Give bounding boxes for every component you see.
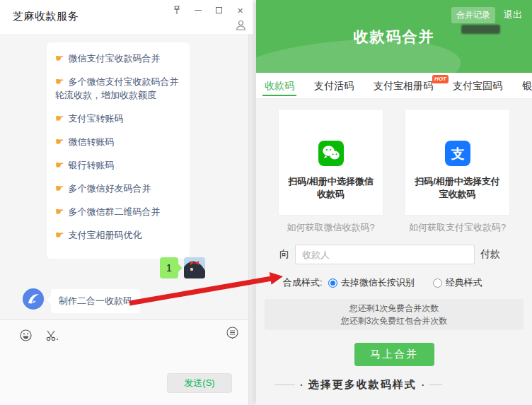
hand-pointer-icon: ☛ <box>55 206 64 217</box>
service-avatar[interactable] <box>23 288 44 310</box>
hand-pointer-icon: ☛ <box>55 136 64 147</box>
send-button[interactable]: 发送(S) <box>167 373 232 393</box>
emoji-icon[interactable] <box>20 329 32 341</box>
pay-suffix-label: 付款 <box>480 248 500 261</box>
menu-item[interactable]: ☛多个微信群二维码合并 <box>55 205 181 218</box>
tab-shoukuanma[interactable]: 收款码 <box>265 73 294 98</box>
radio-selected-icon[interactable] <box>328 278 337 288</box>
alipay-card-label: 扫码/相册中选择支付宝收款码 <box>415 175 501 201</box>
radio-unselected-icon[interactable] <box>433 278 442 288</box>
merge-style-row: 合成样式: 去掉微信长按识别 经典样式 <box>256 276 532 289</box>
quota-notice: 您还剩1次免费合并次数 您还剩3次免费红包合并次数 <box>265 299 524 330</box>
tab-alipay-album-code[interactable]: 支付宝相册码HOT <box>374 73 433 98</box>
menu-item[interactable]: ☛支付宝相册码优化 <box>55 228 181 242</box>
window-controls: × <box>172 6 245 15</box>
radio-option-remove-longpress[interactable]: 去掉微信长按识别 <box>328 276 415 289</box>
menu-item[interactable]: ☛多个微信支付宝收款码合并 轮流收款，增加收款额度 <box>55 75 181 102</box>
payee-row: 向 付款 <box>279 245 500 264</box>
composer: 发送(S) <box>0 319 248 405</box>
alipay-icon: 支 <box>445 141 470 166</box>
hot-badge: HOT <box>432 75 449 83</box>
menu-item[interactable]: ☛微信转账码 <box>55 135 181 148</box>
help-links: 如何获取微信收款码? 如何获取支付宝收款码? <box>256 221 532 234</box>
divider-line <box>429 385 442 385</box>
merge-now-button[interactable]: 马上合并 <box>354 343 434 366</box>
composer-toolbar <box>0 320 248 344</box>
alipay-help-link[interactable]: 如何获取支付宝收款码? <box>405 221 510 234</box>
tab-bar: 收款码 支付活码 支付宝相册码HOT 支付宝固码 银行转账码 <box>256 73 532 99</box>
hand-pointer-icon: ☛ <box>55 112 64 124</box>
pay-prefix-label: 向 <box>279 248 289 261</box>
contact-profile-icon[interactable] <box>235 19 247 34</box>
wechat-help-link[interactable]: 如何获取微信收款码? <box>278 221 383 234</box>
quota-line-1: 您还剩1次免费合并次数 <box>265 302 524 315</box>
chat-window: 芝麻收款服务 × ☛微信支付宝收款码合并 ☛多个微信支付宝收款码合并 轮流收款，… <box>0 0 253 405</box>
chat-scrollbar[interactable] <box>248 34 253 405</box>
panel-content: 扫码/相册中选择微信收款码 支 扫码/相册中选择支付宝收款码 如何获取微信收款码… <box>256 99 532 392</box>
screen: 芝麻收款服务 × ☛微信支付宝收款码合并 ☛多个微信支付宝收款码合并 轮流收款，… <box>0 0 532 405</box>
hand-pointer-icon: ☛ <box>55 52 64 64</box>
svg-text:支: 支 <box>450 146 464 161</box>
more-styles-divider[interactable]: · 选择更多收款码样式 · <box>256 378 532 392</box>
quota-line-2: 您还剩3次免费红包合并次数 <box>265 315 524 327</box>
window-title: 芝麻收款服务 <box>13 10 79 23</box>
radio-option-classic-style[interactable]: 经典样式 <box>433 276 482 289</box>
screenshot-scissors-icon[interactable] <box>46 330 59 341</box>
service-menu-message: ☛微信支付宝收款码合并 ☛多个微信支付宝收款码合并 轮流收款，增加收款额度 ☛支… <box>47 42 190 259</box>
sent-message-bubble[interactable]: 1 <box>160 257 178 278</box>
menu-item[interactable]: ☛支付宝转账码 <box>55 112 181 125</box>
tab-alipay-fixed-code[interactable]: 支付宝固码 <box>453 73 502 98</box>
wechat-icon <box>318 141 344 166</box>
hand-pointer-icon: ☛ <box>55 182 64 194</box>
masked-phone-number <box>461 25 500 34</box>
minimize-icon[interactable] <box>193 6 202 15</box>
title-bar: 芝麻收款服务 × <box>0 0 253 34</box>
panel-header: 收款码合并 合并记录 退出 <box>256 0 532 73</box>
divider-dot: · <box>300 380 303 391</box>
tab-zhifu-huoma[interactable]: 支付活码 <box>314 73 354 98</box>
alipay-qr-card[interactable]: 支 扫码/相册中选择支付宝收款码 <box>405 109 510 216</box>
wechat-qr-card[interactable]: 扫码/相册中选择微信收款码 <box>278 109 383 216</box>
tab-bank-transfer-code[interactable]: 银行转账码 <box>522 73 532 98</box>
menu-item[interactable]: ☛银行转账码 <box>55 158 181 172</box>
maximize-icon[interactable] <box>214 6 224 15</box>
pin-icon[interactable] <box>172 6 181 15</box>
divider-line <box>274 385 295 385</box>
menu-item[interactable]: ☛多个微信好友码合并 <box>55 182 181 195</box>
user-avatar[interactable] <box>184 257 205 278</box>
style-label: 合成样式: <box>283 276 323 289</box>
reply-message-bubble[interactable]: 制作二合一收款码 <box>51 289 140 313</box>
menu-item[interactable]: ☛微信支付宝收款码合并 <box>55 52 181 65</box>
more-styles-label: 选择更多收款码样式 <box>308 378 417 392</box>
merge-history-button[interactable]: 合并记录 <box>451 7 495 23</box>
close-icon[interactable]: × <box>236 6 245 15</box>
hand-pointer-icon: ☛ <box>55 76 64 87</box>
logout-button[interactable]: 退出 <box>504 8 522 21</box>
qr-source-cards: 扫码/相册中选择微信收款码 支 扫码/相册中选择支付宝收款码 <box>256 109 532 216</box>
chat-history-icon[interactable] <box>226 327 238 339</box>
chat-area: ☛微信支付宝收款码合并 ☛多个微信支付宝收款码合并 轮流收款，增加收款额度 ☛支… <box>0 34 253 319</box>
hand-pointer-icon: ☛ <box>55 159 64 170</box>
divider-dot: · <box>422 380 425 391</box>
payee-input[interactable] <box>295 245 475 264</box>
merge-panel: 收款码合并 合并记录 退出 收款码 支付活码 支付宝相册码HOT 支付宝固码 银… <box>256 0 532 405</box>
hand-pointer-icon: ☛ <box>55 229 64 240</box>
wechat-card-label: 扫码/相册中选择微信收款码 <box>288 175 374 201</box>
